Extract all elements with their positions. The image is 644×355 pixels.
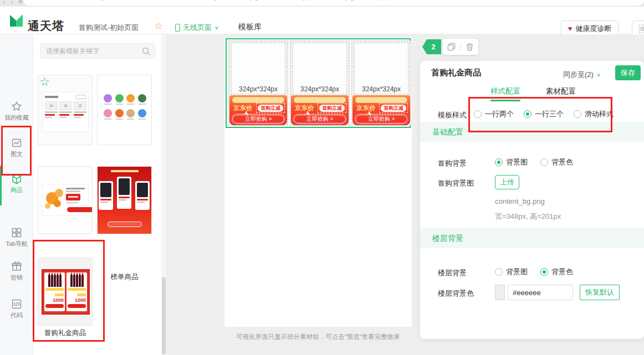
template-preview [42, 184, 89, 215]
radio-one-row-two[interactable]: 一行两个 [474, 109, 514, 119]
tab-style-config[interactable]: 样式配置 [490, 86, 520, 96]
image-placeholder[interactable]: 324px*324px [293, 43, 347, 94]
sidebar-item-image-text[interactable]: 图文 [0, 137, 33, 158]
buy-now-button[interactable]: 立即抢购 > [294, 115, 346, 124]
sidebar-item-products[interactable]: 商品 [0, 173, 33, 194]
channel-selector[interactable]: 无线页面 ∨ [175, 23, 219, 33]
bg-image-filename: content_bg.png [495, 197, 545, 205]
radio-first-bg-image[interactable]: 背景图 [495, 157, 528, 167]
phone-icon [175, 24, 180, 32]
radio-floor-bg-color[interactable]: 背景色 [540, 267, 573, 277]
selected-floor-module[interactable]: 324px*324px 京东价 ➤ 首购立减 立即抢购 > 324px*324p… [226, 38, 411, 128]
bg-image-dimensions: 宽=348px, 高=201px [495, 212, 561, 222]
copy-icon[interactable] [447, 43, 456, 51]
promo-block: 京东价 ➤ 首购立减 立即抢购 > [291, 95, 349, 125]
sidebar-item-tab-nav[interactable]: Tab导航 [0, 227, 33, 248]
address-bar[interactable]: babelnr.jd.com/active/babelTower/mashinm… [23, 0, 644, 6]
module-toolbar [443, 39, 478, 55]
buy-now-button[interactable]: 立即抢购 > [232, 115, 284, 124]
trash-icon[interactable] [466, 43, 474, 51]
browser-address-strip: ‹ › ⟳ babelnr.jd.com/active/babelTower/m… [0, 0, 644, 7]
canvas-hint-text: 可视化界面只显示部分素材组，可点击"预览"查看完整效果 [224, 333, 412, 341]
search-icon[interactable] [141, 47, 151, 56]
active-tab-indicator [490, 100, 520, 101]
template-card-pin-purchase[interactable] [38, 166, 93, 234]
template-card-first-purchase-gift[interactable]: 1000 1000 [38, 258, 93, 326]
radio-first-bg-color[interactable]: 背景色 [540, 157, 573, 167]
template-card-swap-products[interactable]: ☆ ▣ ▣ ▣ [38, 75, 93, 145]
floor-bg-section-header: 楼层背景 [420, 228, 644, 248]
template-preview [98, 167, 151, 234]
template-card-ranking[interactable] [97, 166, 152, 234]
first-bg-image-label: 首购背景图 [438, 178, 474, 188]
template-card-quick-entry[interactable] [97, 75, 152, 145]
template-style-label: 模板样式 [438, 110, 467, 120]
app-title: 通天塔 [28, 18, 64, 34]
template-list-panel: ☆ ▣ ▣ ▣ 普通商品换一换 快捷入口 [33, 34, 166, 355]
tab-material-config[interactable]: 素材配置 [546, 86, 576, 96]
module-sidebar: 我的收藏 图文 商品 Tab导航 营销 代码 [0, 34, 33, 355]
first-purchase-badge: 首购立减 [319, 105, 345, 112]
radio-one-row-three[interactable]: 一行三个 [524, 109, 564, 119]
radio-floor-bg-image[interactable]: 背景图 [495, 267, 528, 277]
template-panel-scrollbar-thumb[interactable] [162, 277, 166, 354]
code-icon [11, 299, 22, 310]
template-name: 榜单商品 [97, 272, 152, 282]
image-placeholder[interactable]: 324px*324px [231, 43, 285, 94]
reset-default-button[interactable]: 恢复默认 [580, 285, 620, 300]
app-header: 通天塔 首购测试-初始页面 ☆ 无线页面 ∨ 模板库 ♥ 健康度诊断 [0, 7, 644, 34]
sidebar-item-code[interactable]: 代码 [0, 299, 33, 320]
star-icon [11, 101, 22, 112]
floor-bg-color-label: 楼层背景色 [438, 289, 474, 299]
template-preview: 1000 1000 [42, 269, 90, 315]
promo-block: 京东价 ➤ 首购立减 立即抢购 > [352, 95, 410, 125]
radio-slide-style[interactable]: 滑动样式 [574, 109, 614, 119]
chevron-down-icon: ∨ [596, 72, 601, 78]
floor-bg-label: 楼层背景 [438, 268, 467, 278]
browser-back-icon[interactable]: ‹ [3, 0, 5, 5]
image-placeholder[interactable]: 324px*324px [354, 43, 408, 94]
config-panel-title: 首购礼金商品 [431, 68, 481, 78]
template-library-link[interactable]: 模板库 [238, 22, 262, 32]
template-preview [103, 94, 147, 120]
image-text-icon [11, 137, 22, 148]
favorite-page-star-icon[interactable]: ☆ [154, 20, 163, 32]
title-strip [294, 97, 346, 103]
preview-eye-icon [638, 24, 644, 33]
template-name: 首购礼金商品 [38, 328, 93, 338]
chevron-down-icon: ∨ [214, 25, 219, 30]
product-slot[interactable]: 324px*324px 京东价 ➤ 首购立减 立即抢购 > [290, 40, 350, 126]
product-slot[interactable]: 324px*324px 京东价 ➤ 首购立减 立即抢购 > [228, 40, 288, 126]
first-purchase-badge: 首购立减 [381, 105, 406, 112]
grid-icon [11, 227, 22, 238]
channel-label: 无线页面 [183, 23, 212, 33]
module-config-panel: 首购礼金商品 同步至(2) ∨ 保存 样式配置 素材配置 模板样式 一行两个 一… [420, 61, 644, 339]
search-input[interactable] [46, 44, 139, 58]
current-page-name: 首购测试-初始页面 [79, 23, 139, 33]
floor-bg-color-input[interactable] [508, 285, 573, 300]
sidebar-item-marketing[interactable]: 营销 [0, 261, 33, 282]
color-swatch[interactable] [495, 285, 505, 300]
page-url: babelnr.jd.com/active/babelTower/mashinm… [84, 0, 430, 2]
template-search [40, 43, 155, 59]
first-bg-label: 首购背景 [438, 158, 467, 168]
favorited-star-icon[interactable]: ☆ [39, 75, 50, 89]
gift-icon [11, 261, 22, 272]
health-check-label: 健康度诊断 [575, 24, 611, 34]
upload-button[interactable]: 上传 [495, 175, 519, 189]
sync-to-dropdown[interactable]: 同步至(2) ∨ [563, 70, 601, 80]
buy-now-button[interactable]: 立即抢购 > [355, 115, 407, 124]
basic-config-section-header: 基础配置 [420, 122, 644, 142]
browser-forward-icon[interactable]: › [11, 0, 13, 5]
app-logo-icon [9, 13, 24, 28]
sidebar-item-favorites[interactable]: 我的收藏 [0, 101, 33, 122]
app-root: ‹ › ⟳ babelnr.jd.com/active/babelTower/m… [0, 0, 644, 355]
promo-block: 京东价 ➤ 首购立减 立即抢购 > [229, 95, 287, 125]
save-button[interactable]: 保存 [615, 65, 641, 80]
cube-icon [11, 173, 22, 184]
browser-reload-icon[interactable]: ⟳ [18, 0, 23, 5]
heart-pulse-icon: ♥ [568, 24, 573, 33]
first-purchase-badge: 首购立减 [258, 105, 283, 112]
product-slot[interactable]: 324px*324px 京东价 ➤ 首购立减 立即抢购 > [351, 40, 411, 126]
title-strip [232, 97, 284, 103]
